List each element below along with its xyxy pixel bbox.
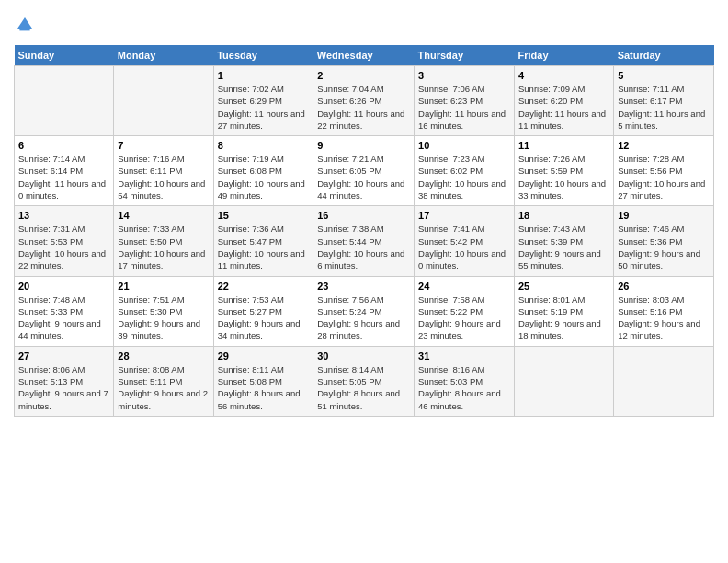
calendar-cell: 17Sunrise: 7:41 AMSunset: 5:42 PMDayligh… [415,206,515,276]
logo [14,14,40,36]
day-info: Sunrise: 8:06 AMSunset: 5:13 PMDaylight:… [18,363,109,412]
day-header-sunday: Sunday [15,45,114,66]
calendar-cell: 3Sunrise: 7:06 AMSunset: 6:23 PMDaylight… [415,66,515,136]
day-number: 25 [518,281,609,292]
logo-icon [14,14,36,36]
calendar-cell: 14Sunrise: 7:33 AMSunset: 5:50 PMDayligh… [114,206,213,276]
calendar-cell: 28Sunrise: 8:08 AMSunset: 5:11 PMDayligh… [114,346,213,416]
day-number: 23 [317,281,410,292]
svg-rect-1 [19,27,29,30]
day-info: Sunrise: 7:38 AMSunset: 5:44 PMDaylight:… [317,223,410,271]
calendar-cell: 6Sunrise: 7:14 AMSunset: 6:14 PMDaylight… [15,136,114,206]
day-info: Sunrise: 7:48 AMSunset: 5:33 PMDaylight:… [18,293,109,342]
day-number: 6 [18,140,109,151]
day-info: Sunrise: 7:09 AMSunset: 6:20 PMDaylight:… [518,83,609,132]
day-number: 5 [618,70,710,81]
day-info: Sunrise: 8:14 AMSunset: 5:05 PMDaylight:… [317,363,410,412]
calendar-cell: 20Sunrise: 7:48 AMSunset: 5:33 PMDayligh… [15,276,114,346]
calendar-cell: 13Sunrise: 7:31 AMSunset: 5:53 PMDayligh… [15,206,114,276]
day-info: Sunrise: 7:21 AMSunset: 6:05 PMDaylight:… [317,153,410,201]
day-number: 18 [518,210,609,221]
calendar-cell: 12Sunrise: 7:28 AMSunset: 5:56 PMDayligh… [614,136,714,206]
svg-marker-0 [17,17,32,29]
calendar-cell [15,66,114,136]
week-row-3: 13Sunrise: 7:31 AMSunset: 5:53 PMDayligh… [15,206,714,276]
day-info: Sunrise: 7:51 AMSunset: 5:30 PMDaylight:… [118,293,209,342]
day-number: 31 [418,350,510,362]
day-number: 19 [618,210,710,221]
day-info: Sunrise: 7:41 AMSunset: 5:42 PMDaylight:… [418,223,510,271]
day-info: Sunrise: 8:01 AMSunset: 5:19 PMDaylight:… [518,293,609,342]
day-number: 16 [317,210,410,221]
day-info: Sunrise: 7:02 AMSunset: 6:29 PMDaylight:… [218,83,310,132]
calendar-cell: 27Sunrise: 8:06 AMSunset: 5:13 PMDayligh… [15,346,114,416]
day-info: Sunrise: 7:46 AMSunset: 5:36 PMDaylight:… [618,223,710,271]
day-number: 2 [317,70,410,81]
day-info: Sunrise: 7:19 AMSunset: 6:08 PMDaylight:… [218,153,310,201]
day-info: Sunrise: 8:11 AMSunset: 5:08 PMDaylight:… [218,363,310,412]
calendar-cell [114,66,213,136]
day-header-wednesday: Wednesday [313,45,415,66]
day-number: 24 [418,281,510,292]
day-number: 10 [418,140,510,151]
calendar-cell: 2Sunrise: 7:04 AMSunset: 6:26 PMDaylight… [313,66,415,136]
week-row-4: 20Sunrise: 7:48 AMSunset: 5:33 PMDayligh… [15,276,714,346]
day-number: 26 [618,281,710,292]
calendar-cell [614,346,714,416]
calendar-cell [515,346,614,416]
day-number: 21 [118,281,209,292]
calendar-cell: 23Sunrise: 7:56 AMSunset: 5:24 PMDayligh… [313,276,415,346]
day-info: Sunrise: 7:06 AMSunset: 6:23 PMDaylight:… [418,83,510,132]
day-info: Sunrise: 8:16 AMSunset: 5:03 PMDaylight:… [418,363,510,412]
day-info: Sunrise: 7:04 AMSunset: 6:26 PMDaylight:… [317,83,410,132]
week-row-2: 6Sunrise: 7:14 AMSunset: 6:14 PMDaylight… [15,136,714,206]
day-number: 27 [18,350,109,362]
calendar-cell: 22Sunrise: 7:53 AMSunset: 5:27 PMDayligh… [213,276,313,346]
calendar-cell: 1Sunrise: 7:02 AMSunset: 6:29 PMDaylight… [213,66,313,136]
day-info: Sunrise: 7:11 AMSunset: 6:17 PMDaylight:… [618,83,710,132]
calendar-cell: 30Sunrise: 8:14 AMSunset: 5:05 PMDayligh… [313,346,415,416]
day-header-friday: Friday [515,45,614,66]
day-number: 15 [218,210,310,221]
calendar-cell: 24Sunrise: 7:58 AMSunset: 5:22 PMDayligh… [415,276,515,346]
day-number: 12 [618,140,710,151]
day-header-saturday: Saturday [614,45,714,66]
week-row-5: 27Sunrise: 8:06 AMSunset: 5:13 PMDayligh… [15,346,714,416]
day-info: Sunrise: 7:31 AMSunset: 5:53 PMDaylight:… [18,223,109,271]
calendar-cell: 26Sunrise: 8:03 AMSunset: 5:16 PMDayligh… [614,276,714,346]
day-info: Sunrise: 8:08 AMSunset: 5:11 PMDaylight:… [118,363,209,412]
day-number: 28 [118,350,209,362]
day-number: 11 [518,140,609,151]
day-info: Sunrise: 7:58 AMSunset: 5:22 PMDaylight:… [418,293,510,342]
day-info: Sunrise: 7:28 AMSunset: 5:56 PMDaylight:… [618,153,710,201]
week-row-1: 1Sunrise: 7:02 AMSunset: 6:29 PMDaylight… [15,66,714,136]
day-number: 9 [317,140,410,151]
day-info: Sunrise: 7:53 AMSunset: 5:27 PMDaylight:… [218,293,310,342]
header-row: SundayMondayTuesdayWednesdayThursdayFrid… [15,45,714,66]
day-info: Sunrise: 7:26 AMSunset: 5:59 PMDaylight:… [518,153,609,201]
calendar-cell: 7Sunrise: 7:16 AMSunset: 6:11 PMDaylight… [114,136,213,206]
day-number: 14 [118,210,209,221]
day-info: Sunrise: 7:36 AMSunset: 5:47 PMDaylight:… [218,223,310,271]
calendar-cell: 8Sunrise: 7:19 AMSunset: 6:08 PMDaylight… [213,136,313,206]
day-number: 1 [218,70,310,81]
day-number: 13 [18,210,109,221]
page-header [14,14,714,36]
calendar-cell: 11Sunrise: 7:26 AMSunset: 5:59 PMDayligh… [515,136,614,206]
calendar-cell: 5Sunrise: 7:11 AMSunset: 6:17 PMDaylight… [614,66,714,136]
day-header-monday: Monday [114,45,213,66]
calendar-cell: 21Sunrise: 7:51 AMSunset: 5:30 PMDayligh… [114,276,213,346]
calendar-cell: 4Sunrise: 7:09 AMSunset: 6:20 PMDaylight… [515,66,614,136]
day-header-tuesday: Tuesday [213,45,313,66]
day-info: Sunrise: 7:16 AMSunset: 6:11 PMDaylight:… [118,153,209,201]
day-info: Sunrise: 7:14 AMSunset: 6:14 PMDaylight:… [18,153,109,201]
calendar-cell: 19Sunrise: 7:46 AMSunset: 5:36 PMDayligh… [614,206,714,276]
day-info: Sunrise: 7:56 AMSunset: 5:24 PMDaylight:… [317,293,410,342]
day-header-thursday: Thursday [415,45,515,66]
calendar-cell: 16Sunrise: 7:38 AMSunset: 5:44 PMDayligh… [313,206,415,276]
calendar-cell: 18Sunrise: 7:43 AMSunset: 5:39 PMDayligh… [515,206,614,276]
day-number: 3 [418,70,510,81]
day-number: 17 [418,210,510,221]
day-number: 20 [18,281,109,292]
calendar-cell: 25Sunrise: 8:01 AMSunset: 5:19 PMDayligh… [515,276,614,346]
